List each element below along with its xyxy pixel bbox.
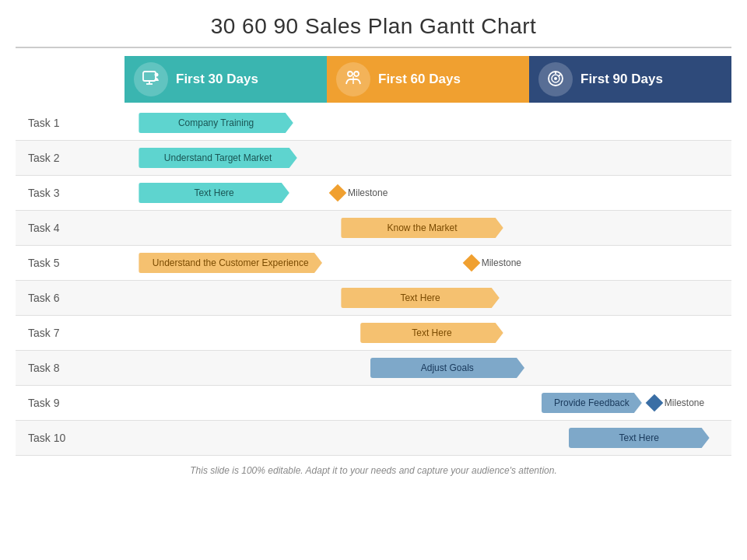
task-10-col1 xyxy=(124,421,327,455)
header-icon-90 xyxy=(538,62,573,96)
task-1-label: Task 1 xyxy=(16,117,124,129)
task-3-col3 xyxy=(529,176,731,210)
task-9-col1 xyxy=(124,386,327,420)
header-60days-label: First 60 Days xyxy=(378,72,461,87)
task-8-col2: Adjust Goals xyxy=(327,351,529,385)
title-divider xyxy=(16,47,731,48)
task-4-col3 xyxy=(529,211,731,245)
header-90days: First 90 Days xyxy=(529,56,731,103)
svg-point-3 xyxy=(155,73,159,77)
task-10-bar: Text Here xyxy=(569,428,710,448)
task-3-milestone: Milestone xyxy=(331,187,388,199)
task-3-label: Task 3 xyxy=(16,187,124,199)
task-5-milestone: Milestone xyxy=(465,257,521,269)
task-2-label: Task 2 xyxy=(16,152,124,164)
task-9-milestone-text: Milestone xyxy=(665,397,704,408)
task-2-col1: Understand Target Market xyxy=(124,141,327,175)
task-2-col3 xyxy=(529,141,731,175)
footer-text: This slide is 100% editable. Adapt it to… xyxy=(190,465,556,476)
task-4-col1 xyxy=(124,211,327,245)
task-10-col2 xyxy=(327,421,529,455)
svg-point-4 xyxy=(348,72,352,76)
task-6-bar: Text Here xyxy=(341,288,499,308)
task-1-col1: Company Training xyxy=(124,106,327,140)
task-9-milestone: Milestone xyxy=(648,397,704,409)
task-row-7: Task 7 Text Here xyxy=(16,316,731,351)
header-30days: First 30 Days xyxy=(124,56,327,103)
task-3-col2: Milestone xyxy=(327,176,529,210)
task-6-col3 xyxy=(529,281,731,315)
task-1-col3 xyxy=(529,106,731,140)
header-empty xyxy=(16,56,124,103)
task-8-bar: Adjust Goals xyxy=(370,358,524,378)
header-row: First 30 Days First 60 Days xyxy=(16,56,731,103)
svg-rect-0 xyxy=(143,72,156,81)
header-30days-label: First 30 Days xyxy=(176,72,258,87)
svg-point-5 xyxy=(354,72,359,76)
task-10-label: Task 10 xyxy=(16,432,124,444)
task-5-bar: Understand the Customer Experience xyxy=(139,253,322,273)
task-5-col3 xyxy=(529,246,731,280)
task-1-bar: Company Training xyxy=(139,113,293,133)
task-8-col3 xyxy=(529,351,731,385)
page-title: 30 60 90 Sales Plan Gantt Chart xyxy=(211,0,537,47)
task-5-col2: Milestone xyxy=(327,246,529,280)
task-row-2: Task 2 Understand Target Market xyxy=(16,141,731,176)
task-4-label: Task 4 xyxy=(16,222,124,234)
task-row-5: Task 5 Understand the Customer Experienc… xyxy=(16,246,731,281)
task-6-col2: Text Here xyxy=(327,281,529,315)
task-row-3: Task 3 Text Here Milestone xyxy=(16,176,731,211)
task-9-bar: Provide Feedback xyxy=(542,393,642,413)
task-7-label: Task 7 xyxy=(16,327,124,339)
header-icon-60 xyxy=(336,62,370,96)
task-7-bar: Text Here xyxy=(360,323,503,343)
task-row-9: Task 9 Provide Feedback Milestone xyxy=(16,386,731,421)
task-3-bar-text: Text Here xyxy=(194,187,233,198)
svg-line-11 xyxy=(559,75,560,76)
milestone-diamond xyxy=(329,184,347,202)
task-5-bar-text: Understand the Customer Experience xyxy=(153,257,309,268)
header-icon-30 xyxy=(134,62,168,96)
task-row-8: Task 8 Adjust Goals xyxy=(16,351,731,386)
task-4-bar: Know the Market xyxy=(341,218,503,238)
task-row-6: Task 6 Text Here xyxy=(16,281,731,316)
task-7-col3 xyxy=(529,316,731,350)
task-7-col1 xyxy=(124,316,327,350)
task-2-col2 xyxy=(327,141,529,175)
task-9-milestone-diamond xyxy=(646,394,664,412)
task-1-col2 xyxy=(327,106,529,140)
gantt-chart: First 30 Days First 60 Days xyxy=(16,56,731,456)
task-row-1: Task 1 Company Training xyxy=(16,106,731,141)
header-60days: First 60 Days xyxy=(327,56,529,103)
task-9-label: Task 9 xyxy=(16,397,124,409)
task-4-bar-text: Know the Market xyxy=(388,222,458,233)
task-6-bar-text: Text Here xyxy=(400,292,440,303)
task-9-col2 xyxy=(327,386,529,420)
task-3-bar: Text Here xyxy=(139,183,289,203)
task-4-col2: Know the Market xyxy=(327,211,529,245)
task-3-col1: Text Here xyxy=(124,176,327,210)
task-9-bar-text: Provide Feedback xyxy=(554,397,630,408)
task-10-col3: Text Here xyxy=(529,421,731,455)
task-6-label: Task 6 xyxy=(16,292,124,304)
task-6-col1 xyxy=(124,281,327,315)
task-7-bar-text: Text Here xyxy=(412,327,451,338)
task-7-col2: Text Here xyxy=(327,316,529,350)
task-2-bar-text: Understand Target Market xyxy=(164,152,272,163)
task-5-milestone-diamond xyxy=(462,254,480,272)
task-row-4: Task 4 Know the Market xyxy=(16,211,731,246)
header-90days-label: First 90 Days xyxy=(580,72,663,87)
task-5-milestone-text: Milestone xyxy=(482,257,521,268)
task-1-bar-text: Company Training xyxy=(178,117,254,128)
task-3-milestone-text: Milestone xyxy=(348,187,388,198)
task-8-label: Task 8 xyxy=(16,362,124,374)
task-10-bar-text: Text Here xyxy=(619,432,658,443)
task-5-col1: Understand the Customer Experience xyxy=(124,246,327,280)
task-row-10: Task 10 Text Here xyxy=(16,421,731,456)
task-8-bar-text: Adjust Goals xyxy=(421,362,474,373)
task-9-col3: Provide Feedback Milestone xyxy=(529,386,731,420)
task-5-label: Task 5 xyxy=(16,257,124,269)
svg-point-9 xyxy=(554,77,557,80)
task-2-bar: Understand Target Market xyxy=(139,148,296,168)
task-8-col1 xyxy=(124,351,327,385)
